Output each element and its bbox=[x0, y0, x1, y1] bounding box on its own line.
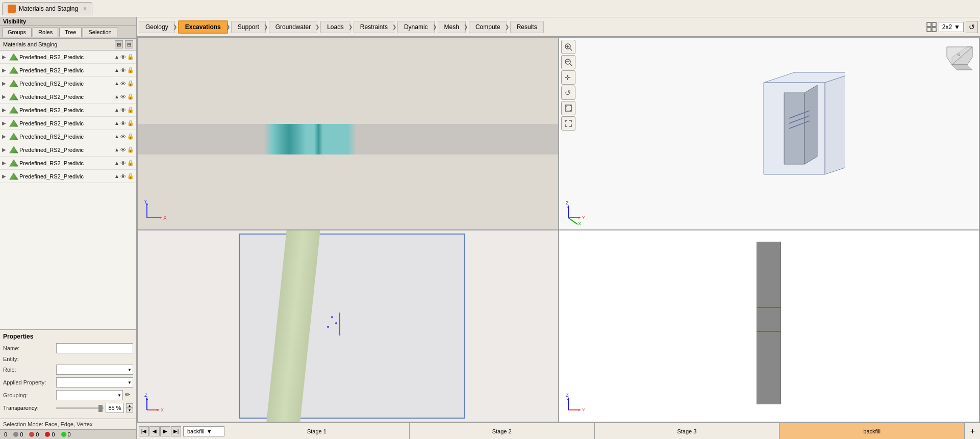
lock-icon[interactable]: 🔒 bbox=[127, 120, 134, 126]
stage-tab-backfill[interactable]: backfill bbox=[780, 423, 965, 439]
eye-icon[interactable]: 👁 bbox=[120, 107, 126, 113]
lock-icon[interactable]: 🔒 bbox=[127, 54, 134, 60]
tree-arrow[interactable]: ▶ bbox=[2, 54, 8, 60]
eye-icon[interactable]: 👁 bbox=[120, 147, 126, 153]
tree-item[interactable]: ▶ Predefined_RS2_Predivic ▲ 👁 🔒 bbox=[0, 77, 136, 90]
tree-arrow[interactable]: ▶ bbox=[2, 120, 8, 126]
tree-arrow[interactable]: ▶ bbox=[2, 67, 8, 73]
expand-button[interactable] bbox=[561, 116, 575, 131]
up-icon[interactable]: ▲ bbox=[114, 67, 119, 73]
toolbar-btn-dynamic[interactable]: Dynamic bbox=[397, 21, 435, 33]
stage-prev-button[interactable]: ◀ bbox=[149, 426, 160, 436]
up-icon[interactable]: ▲ bbox=[114, 134, 119, 139]
toolbar-btn-excavations[interactable]: Excavations bbox=[178, 20, 228, 34]
tree-arrow[interactable]: ▶ bbox=[2, 134, 8, 139]
tree-item[interactable]: ▶ Predefined_RS2_Predivic ▲ 👁 🔒 bbox=[0, 104, 136, 117]
toolbar-btn-results[interactable]: Results bbox=[510, 21, 544, 33]
tab-tree[interactable]: Tree bbox=[59, 27, 82, 37]
tree-item[interactable]: ▶ Predefined_RS2_Predivic ▲ 👁 🔒 bbox=[0, 157, 136, 170]
eye-icon[interactable]: 👁 bbox=[120, 94, 126, 100]
tree-arrow[interactable]: ▶ bbox=[2, 173, 8, 179]
transparency-down[interactable]: ▼ bbox=[126, 408, 133, 412]
slider-thumb[interactable] bbox=[98, 405, 103, 412]
eye-icon[interactable]: 👁 bbox=[120, 54, 126, 60]
tab-groups[interactable]: Groups bbox=[2, 27, 32, 37]
up-icon[interactable]: ▲ bbox=[114, 120, 119, 126]
lock-icon[interactable]: 🔒 bbox=[127, 133, 134, 140]
toolbar-btn-support[interactable]: Support bbox=[231, 21, 266, 33]
up-icon[interactable]: ▲ bbox=[114, 94, 119, 99]
viewport-botleft[interactable]: X Z bbox=[138, 230, 558, 422]
up-icon[interactable]: ▲ bbox=[114, 107, 119, 113]
tab-close-button[interactable]: × bbox=[83, 5, 87, 12]
tree-arrow[interactable]: ▶ bbox=[2, 147, 8, 152]
up-icon[interactable]: ▲ bbox=[114, 147, 119, 152]
eye-icon[interactable]: 👁 bbox=[120, 134, 126, 140]
toolbar-btn-geology[interactable]: Geology bbox=[139, 21, 175, 33]
tab-selection[interactable]: Selection bbox=[83, 27, 117, 37]
transparency-up[interactable]: ▲ bbox=[126, 403, 133, 408]
stage-tab-1[interactable]: Stage 1 bbox=[224, 423, 410, 439]
stage-tab-3[interactable]: Stage 3 bbox=[595, 423, 780, 439]
lock-icon[interactable]: 🔒 bbox=[127, 80, 134, 87]
toolbar-btn-loads[interactable]: Loads bbox=[320, 21, 350, 33]
name-input[interactable] bbox=[56, 343, 133, 353]
toolbar-btn-compute[interactable]: Compute bbox=[469, 21, 507, 33]
grouping-select[interactable]: ▼ bbox=[56, 390, 123, 400]
tree-item[interactable]: ▶ Predefined_RS2_Predivic ▲ 👁 🔒 bbox=[0, 170, 136, 183]
stage-last-button[interactable]: ▶| bbox=[171, 426, 181, 436]
tree-item[interactable]: ▶ Predefined_RS2_Predivic ▲ 👁 🔒 bbox=[0, 143, 136, 157]
fit-button[interactable] bbox=[561, 101, 575, 115]
stage-select[interactable]: backfill ▼ bbox=[184, 426, 224, 436]
eye-icon[interactable]: 👁 bbox=[120, 120, 126, 126]
eye-icon[interactable]: 👁 bbox=[120, 173, 126, 179]
viewport-topright[interactable]: ✛ ↺ bbox=[559, 38, 979, 229]
viewport-botright[interactable]: Y Z bbox=[559, 230, 979, 422]
grouping-edit-icon[interactable]: ✏ bbox=[125, 391, 133, 399]
3d-navigator-cube[interactable]: S bbox=[944, 42, 975, 72]
toolbar-btn-mesh[interactable]: Mesh bbox=[438, 21, 466, 33]
stage-first-button[interactable]: |◀ bbox=[139, 426, 149, 436]
grid-select[interactable]: 2x2 ▼ bbox=[939, 22, 964, 32]
up-icon[interactable]: ▲ bbox=[114, 173, 119, 179]
lock-icon[interactable]: 🔒 bbox=[127, 67, 134, 73]
tree-item[interactable]: ▶ Predefined_RS2_Predivic ▲ 👁 🔒 bbox=[0, 117, 136, 130]
rotate-button[interactable]: ↺ bbox=[561, 86, 575, 100]
zoom-out-button[interactable] bbox=[561, 55, 575, 69]
viewport-topleft[interactable]: X Y bbox=[138, 38, 558, 229]
applied-property-select[interactable]: ▼ bbox=[56, 377, 133, 388]
role-select[interactable]: ▼ bbox=[56, 365, 133, 375]
refresh-button[interactable]: ↺ bbox=[966, 21, 978, 33]
tree-arrow[interactable]: ▶ bbox=[2, 94, 8, 99]
stage-play-button[interactable]: ▶ bbox=[160, 426, 170, 436]
tree-arrow[interactable]: ▶ bbox=[2, 81, 8, 86]
eye-icon[interactable]: 👁 bbox=[120, 160, 126, 166]
lock-icon[interactable]: 🔒 bbox=[127, 160, 134, 166]
tree-item[interactable]: ▶ Predefined_RS2_Predivic ▲ 👁 🔒 bbox=[0, 50, 136, 64]
main-tab[interactable]: Materials and Staging × bbox=[2, 2, 92, 15]
tab-roles[interactable]: Roles bbox=[33, 27, 58, 37]
up-icon[interactable]: ▲ bbox=[114, 81, 119, 86]
expand-icon[interactable]: ⊞ bbox=[115, 40, 123, 48]
tree-item[interactable]: ▶ Predefined_RS2_Predivic ▲ 👁 🔒 bbox=[0, 130, 136, 143]
stage-tab-2[interactable]: Stage 2 bbox=[410, 423, 595, 439]
up-icon[interactable]: ▲ bbox=[114, 54, 119, 60]
toolbar-btn-restraints[interactable]: Restraints bbox=[354, 21, 394, 33]
tree-item[interactable]: ▶ Predefined_RS2_Predivic ▲ 👁 🔒 bbox=[0, 90, 136, 104]
lock-icon[interactable]: 🔒 bbox=[127, 146, 134, 153]
transparency-slider[interactable] bbox=[56, 407, 104, 409]
eye-icon[interactable]: 👁 bbox=[120, 67, 126, 73]
zoom-in-button[interactable] bbox=[561, 40, 575, 54]
lock-icon[interactable]: 🔒 bbox=[127, 93, 134, 100]
pan-button[interactable]: ✛ bbox=[561, 70, 575, 85]
tree-arrow[interactable]: ▶ bbox=[2, 160, 8, 166]
collapse-icon[interactable]: ⊟ bbox=[125, 40, 133, 48]
lock-icon[interactable]: 🔒 bbox=[127, 173, 134, 179]
lock-icon[interactable]: 🔒 bbox=[127, 107, 134, 113]
up-icon[interactable]: ▲ bbox=[114, 160, 119, 166]
tree-container[interactable]: ▶ Predefined_RS2_Predivic ▲ 👁 🔒 ▶ Predef… bbox=[0, 50, 136, 329]
tree-item[interactable]: ▶ Predefined_RS2_Predivic ▲ 👁 🔒 bbox=[0, 64, 136, 77]
eye-icon[interactable]: 👁 bbox=[120, 81, 126, 87]
stage-add-button[interactable]: + bbox=[965, 427, 980, 436]
toolbar-btn-groundwater[interactable]: Groundwater bbox=[269, 21, 317, 33]
